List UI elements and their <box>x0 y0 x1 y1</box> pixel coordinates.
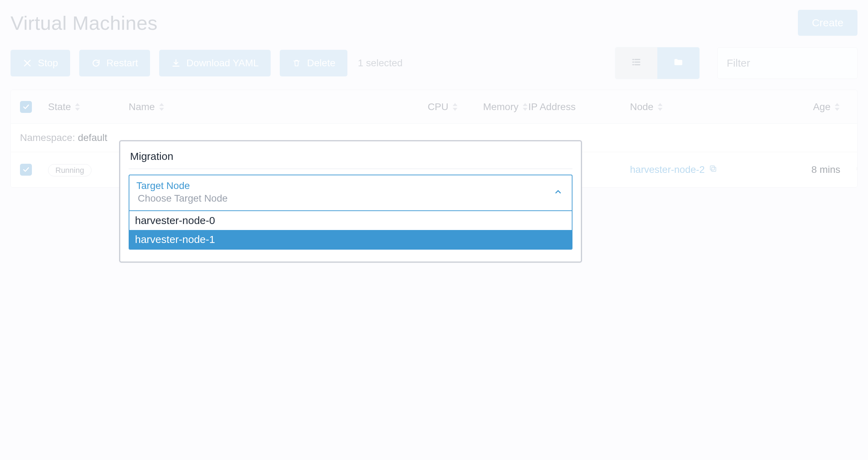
target-node-option[interactable]: harvester-node-0 <box>129 211 572 230</box>
modal-title: Migration <box>129 150 572 169</box>
chevron-up-icon <box>554 188 562 198</box>
target-node-placeholder: Choose Target Node <box>138 193 565 204</box>
migration-modal: Migration Target Node Choose Target Node… <box>119 140 582 263</box>
target-node-select[interactable]: Target Node Choose Target Node <box>129 175 572 211</box>
target-node-label: Target Node <box>136 180 565 191</box>
target-node-options: harvester-node-0 harvester-node-1 <box>129 211 572 250</box>
target-node-option[interactable]: harvester-node-1 <box>129 230 572 249</box>
